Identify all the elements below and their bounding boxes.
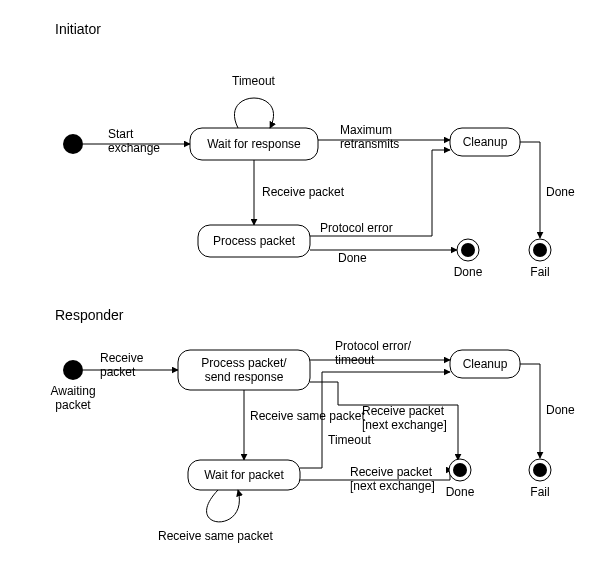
edge-max-retransmits-label: Maximumretransmits bbox=[340, 123, 399, 151]
final-fail-initiator: Fail bbox=[529, 239, 551, 279]
state-cleanup-responder-label: Cleanup bbox=[463, 357, 508, 371]
svg-point-1 bbox=[461, 243, 475, 257]
responder-start-label: Awaitingpacket bbox=[50, 384, 95, 412]
edge-cleanup-done-label: Done bbox=[546, 185, 575, 199]
state-process-packet-label: Process packet bbox=[213, 234, 296, 248]
initiator-title: Initiator bbox=[55, 21, 101, 37]
svg-point-7 bbox=[533, 463, 547, 477]
edge-responder-recv-label: Receivepacket bbox=[100, 351, 144, 379]
edge-cleanup-done-responder bbox=[520, 364, 540, 458]
edge-cleanup-done-responder-label: Done bbox=[546, 403, 575, 417]
state-cleanup-initiator-label: Cleanup bbox=[463, 135, 508, 149]
edge-process-done-label: Done bbox=[338, 251, 367, 265]
responder-start-node bbox=[63, 360, 83, 380]
edge-timeout-self bbox=[234, 98, 273, 128]
responder-title: Responder bbox=[55, 307, 124, 323]
initiator-section: Initiator Startexchange Wait for respons… bbox=[55, 21, 575, 279]
responder-section: Responder Awaitingpacket Receivepacket P… bbox=[50, 307, 575, 543]
edge-wait-next-label: Receive packet[next exchange] bbox=[350, 465, 435, 493]
svg-point-3 bbox=[533, 243, 547, 257]
svg-point-5 bbox=[453, 463, 467, 477]
state-process-send-label: Process packet/send response bbox=[201, 356, 287, 384]
edge-proto-err-timeout-label: Protocol error/timeout bbox=[335, 339, 412, 367]
final-done-responder-label: Done bbox=[446, 485, 475, 499]
final-fail-responder-label: Fail bbox=[530, 485, 549, 499]
state-wait-for-packet-label: Wait for packet bbox=[204, 468, 284, 482]
state-wait-for-response-label: Wait for response bbox=[207, 137, 301, 151]
edge-process-next-label: Receive packet[next exchange] bbox=[362, 404, 447, 432]
final-fail-initiator-label: Fail bbox=[530, 265, 549, 279]
edge-cleanup-done bbox=[520, 142, 540, 238]
edge-recv-same-self bbox=[207, 490, 240, 522]
edge-wait-timeout-label: Timeout bbox=[328, 433, 372, 447]
edge-recv-same-self-label: Receive same packet bbox=[158, 529, 273, 543]
final-done-initiator-label: Done bbox=[454, 265, 483, 279]
edge-timeout-label: Timeout bbox=[232, 74, 276, 88]
edge-start-exchange-label: Startexchange bbox=[108, 127, 160, 155]
final-done-initiator: Done bbox=[454, 239, 483, 279]
initiator-start-node bbox=[63, 134, 83, 154]
edge-receive-packet-label: Receive packet bbox=[262, 185, 345, 199]
edge-recv-same-down-label: Receive same packet bbox=[250, 409, 365, 423]
final-fail-responder: Fail bbox=[529, 459, 551, 499]
edge-protocol-error-label: Protocol error bbox=[320, 221, 393, 235]
